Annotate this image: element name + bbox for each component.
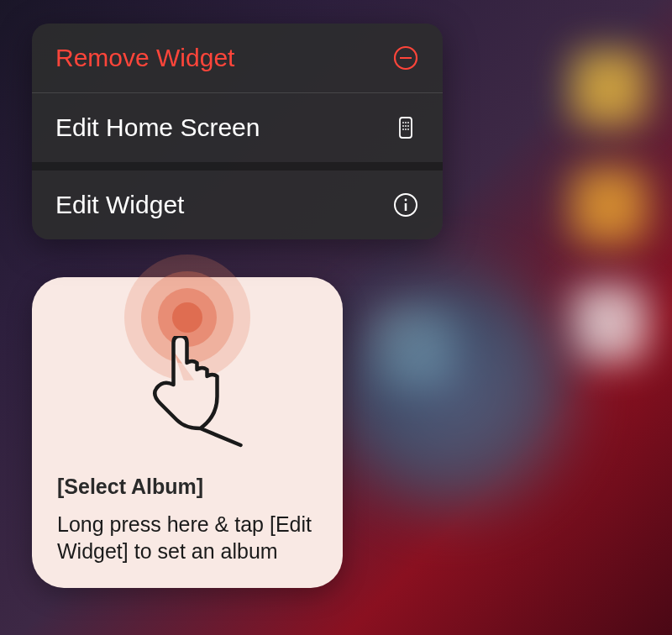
remove-widget-menu-item[interactable]: Remove Widget (32, 24, 443, 93)
svg-point-6 (402, 125, 404, 127)
widget-context-menu: Remove Widget Edit Home Screen (32, 24, 443, 239)
info-icon (392, 192, 419, 218)
home-screen-icon (392, 114, 419, 141)
touch-illustration (57, 301, 318, 464)
svg-point-13 (405, 199, 407, 202)
menu-separator (32, 162, 443, 171)
svg-point-5 (407, 122, 409, 123)
svg-point-7 (405, 125, 407, 127)
svg-point-11 (407, 129, 409, 130)
svg-point-10 (405, 129, 407, 130)
menu-item-label: Edit Home Screen (55, 113, 260, 142)
svg-point-3 (402, 122, 404, 123)
remove-icon (392, 45, 419, 71)
blurred-background-glow (336, 274, 571, 509)
svg-point-9 (402, 129, 404, 130)
blurred-app-icon (571, 50, 647, 126)
menu-item-label: Remove Widget (55, 44, 234, 72)
widget-placeholder-card[interactable]: [Select Album] Long press here & tap [Ed… (32, 277, 343, 588)
blurred-app-icon (571, 286, 647, 361)
edit-home-screen-menu-item[interactable]: Edit Home Screen (32, 93, 443, 162)
blurred-app-icon (571, 168, 647, 244)
menu-item-label: Edit Widget (55, 191, 184, 219)
svg-point-4 (405, 122, 407, 123)
pointing-hand-icon (132, 336, 254, 453)
edit-widget-menu-item[interactable]: Edit Widget (32, 171, 443, 239)
widget-instruction: Long press here & tap [Edit Widget] to s… (57, 511, 318, 564)
svg-point-8 (407, 125, 409, 127)
svg-rect-2 (400, 118, 412, 138)
widget-title: [Select Album] (57, 475, 318, 499)
